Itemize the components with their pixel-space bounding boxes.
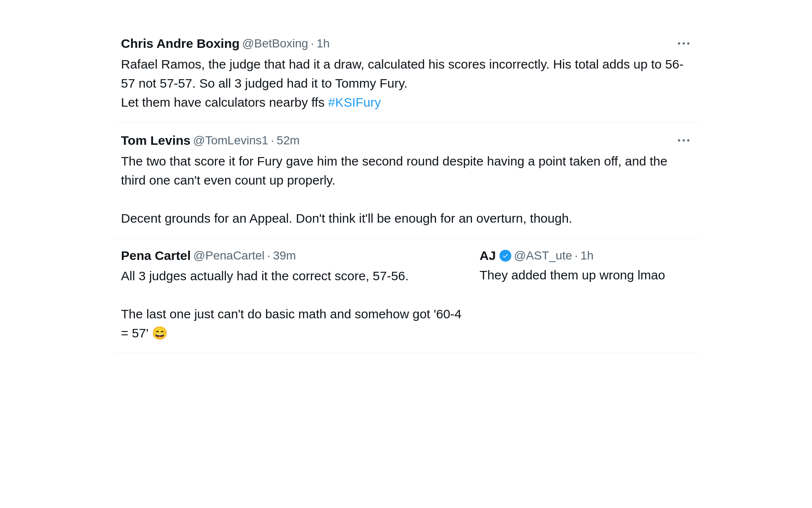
tweet-1-author-handle[interactable]: @BetBoxing	[242, 37, 308, 50]
tweet-2-header: Tom Levins @TomLevins1 · 52m ···	[121, 133, 691, 148]
tweet-3-split-row: Pena Cartel @PenaCartel · 39m All 3 judg…	[121, 248, 691, 342]
tweet-1: Chris Andre Boxing @BetBoxing · 1h ··· R…	[114, 25, 698, 122]
tweet-1-body-text2: Let them have calculators nearby ffs #KS…	[121, 93, 691, 112]
tweet-3-right: AJ @AST_ute · 1h They added them up wron…	[480, 248, 691, 284]
tweet-1-body: Rafael Ramos, the judge that had it a dr…	[121, 55, 691, 112]
tweet-2-time: 52m	[277, 134, 299, 147]
tweet-2-body-text2: Decent grounds for an Appeal. Don't thin…	[121, 209, 691, 228]
tweet-1-header-left: Chris Andre Boxing @BetBoxing · 1h	[121, 36, 330, 51]
tweet-1-more-options[interactable]: ···	[677, 36, 691, 51]
tweet-2-header-left: Tom Levins @TomLevins1 · 52m	[121, 133, 300, 148]
tweet-3-left-dot: ·	[267, 249, 271, 262]
tweet-2-body: The two that score it for Fury gave him …	[121, 152, 691, 228]
grinning-emoji: 😄	[152, 326, 167, 340]
tweet-3-right-author-handle[interactable]: @AST_ute	[514, 249, 572, 262]
tweet-2-dot: ·	[271, 134, 274, 147]
feed-container: Chris Andre Boxing @BetBoxing · 1h ··· R…	[114, 17, 698, 362]
tweet-3-left-header: Pena Cartel @PenaCartel · 39m	[121, 248, 463, 263]
tweet-3-left-body-text2: The last one just can't do basic math an…	[121, 304, 463, 342]
tweet-2-author-name: Tom Levins	[121, 133, 190, 148]
tweet-3-left-author-name: Pena Cartel	[121, 248, 191, 263]
tweet-2-author-handle[interactable]: @TomLevins1	[193, 134, 268, 147]
tweet-2-more-options[interactable]: ···	[677, 133, 691, 148]
tweet-1-author-name: Chris Andre Boxing	[121, 36, 240, 51]
tweet-2: Tom Levins @TomLevins1 · 52m ··· The two…	[114, 122, 698, 238]
tweet-1-header: Chris Andre Boxing @BetBoxing · 1h ···	[121, 36, 691, 51]
tweet-3-right-author-name: AJ	[480, 248, 496, 263]
tweet-3-left: Pena Cartel @PenaCartel · 39m All 3 judg…	[121, 248, 463, 342]
tweet-1-body-part2: Let them have calculators nearby ffs	[121, 95, 328, 109]
tweet-3-left-header-left: Pena Cartel @PenaCartel · 39m	[121, 248, 296, 263]
tweet-3-right-body: They added them up wrong lmao	[480, 265, 691, 284]
tweet-3: Pena Cartel @PenaCartel · 39m All 3 judg…	[114, 238, 698, 353]
tweet-3-right-time: 1h	[581, 249, 594, 262]
tweet-3-right-header: AJ @AST_ute · 1h	[480, 248, 691, 263]
tweet-3-left-body: All 3 judges actually had it the correct…	[121, 266, 463, 342]
tweet-3-right-body-text: They added them up wrong lmao	[480, 265, 691, 284]
tweet-3-left-body-text1: All 3 judges actually had it the correct…	[121, 266, 463, 285]
tweet-1-body-text1: Rafael Ramos, the judge that had it a dr…	[121, 55, 691, 93]
tweet-3-left-time: 39m	[273, 249, 296, 262]
tweet-1-dot: ·	[311, 37, 314, 50]
verified-badge-icon	[499, 250, 511, 262]
tweet-3-right-dot: ·	[575, 249, 578, 262]
tweet-2-body-text1: The two that score it for Fury gave him …	[121, 152, 691, 190]
tweet-3-left-author-handle[interactable]: @PenaCartel	[193, 249, 265, 262]
tweet-1-time: 1h	[316, 37, 329, 50]
tweet-1-hashtag[interactable]: #KSIFury	[328, 95, 381, 109]
